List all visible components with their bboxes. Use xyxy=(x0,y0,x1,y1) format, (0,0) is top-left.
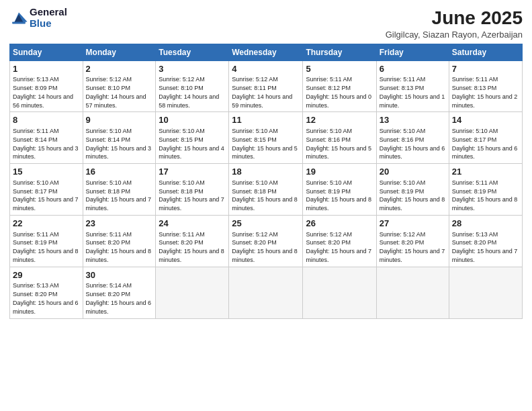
header-saturday: Saturday xyxy=(449,44,522,60)
day-number: 21 xyxy=(452,166,519,178)
day-info: Sunrise: 5:10 AMSunset: 8:15 PMDaylight:… xyxy=(232,128,298,160)
header-wednesday: Wednesday xyxy=(229,44,303,60)
day-info: Sunrise: 5:12 AMSunset: 8:10 PMDaylight:… xyxy=(86,76,146,108)
day-number: 17 xyxy=(159,166,226,178)
day-info: Sunrise: 5:11 AMSunset: 8:13 PMDaylight:… xyxy=(452,76,518,108)
header-thursday: Thursday xyxy=(303,44,376,60)
table-row: 12 Sunrise: 5:10 AMSunset: 8:16 PMDaylig… xyxy=(303,112,376,164)
table-row: 29 Sunrise: 5:13 AMSunset: 8:20 PMDaylig… xyxy=(10,267,83,318)
day-number: 13 xyxy=(380,114,446,126)
table-row xyxy=(376,267,449,318)
table-row: 3 Sunrise: 5:12 AMSunset: 8:10 PMDayligh… xyxy=(156,60,229,112)
table-row: 24 Sunrise: 5:11 AMSunset: 8:20 PMDaylig… xyxy=(156,215,229,267)
day-info: Sunrise: 5:10 AMSunset: 8:16 PMDaylight:… xyxy=(306,128,371,160)
day-number: 2 xyxy=(86,63,153,75)
day-info: Sunrise: 5:11 AMSunset: 8:14 PMDaylight:… xyxy=(13,128,79,160)
day-number: 5 xyxy=(306,63,373,75)
table-row: 28 Sunrise: 5:13 AMSunset: 8:20 PMDaylig… xyxy=(449,215,522,267)
day-number: 30 xyxy=(86,269,153,281)
day-number: 8 xyxy=(13,114,80,126)
table-row xyxy=(449,267,522,318)
day-info: Sunrise: 5:10 AMSunset: 8:19 PMDaylight:… xyxy=(380,179,445,212)
table-row: 11 Sunrise: 5:10 AMSunset: 8:15 PMDaylig… xyxy=(229,112,303,164)
calendar-week-row: 1 Sunrise: 5:13 AMSunset: 8:09 PMDayligh… xyxy=(10,60,523,112)
day-number: 9 xyxy=(86,114,153,126)
day-info: Sunrise: 5:11 AMSunset: 8:13 PMDaylight:… xyxy=(380,76,445,108)
logo-text: General Blue xyxy=(30,7,67,29)
table-row: 30 Sunrise: 5:14 AMSunset: 8:20 PMDaylig… xyxy=(83,267,156,318)
day-number: 26 xyxy=(306,218,373,230)
logo: General Blue xyxy=(9,7,67,29)
day-number: 4 xyxy=(232,63,300,75)
table-row: 16 Sunrise: 5:10 AMSunset: 8:18 PMDaylig… xyxy=(83,164,156,216)
day-number: 15 xyxy=(13,166,80,178)
calendar-header-row: Sunday Monday Tuesday Wednesday Thursday… xyxy=(10,44,523,60)
day-number: 27 xyxy=(380,218,446,230)
day-number: 7 xyxy=(452,63,519,75)
table-row xyxy=(156,267,229,318)
day-info: Sunrise: 5:12 AMSunset: 8:10 PMDaylight:… xyxy=(159,76,219,108)
day-info: Sunrise: 5:11 AMSunset: 8:20 PMDaylight:… xyxy=(159,231,224,263)
day-number: 10 xyxy=(159,114,226,126)
logo-blue: Blue xyxy=(30,18,67,30)
table-row: 18 Sunrise: 5:10 AMSunset: 8:18 PMDaylig… xyxy=(229,164,303,216)
day-number: 22 xyxy=(13,218,80,230)
day-number: 16 xyxy=(86,166,153,178)
day-number: 18 xyxy=(232,166,300,178)
page: General Blue June 2025 Gilgilcay, Siazan… xyxy=(0,0,532,411)
day-number: 19 xyxy=(306,166,373,178)
table-row: 6 Sunrise: 5:11 AMSunset: 8:13 PMDayligh… xyxy=(376,60,449,112)
day-number: 24 xyxy=(159,218,226,230)
day-info: Sunrise: 5:12 AMSunset: 8:11 PMDaylight:… xyxy=(232,76,292,108)
table-row: 19 Sunrise: 5:10 AMSunset: 8:19 PMDaylig… xyxy=(303,164,376,216)
day-info: Sunrise: 5:10 AMSunset: 8:17 PMDaylight:… xyxy=(452,128,518,160)
calendar-week-row: 29 Sunrise: 5:13 AMSunset: 8:20 PMDaylig… xyxy=(10,267,523,318)
table-row: 22 Sunrise: 5:11 AMSunset: 8:19 PMDaylig… xyxy=(10,215,83,267)
day-info: Sunrise: 5:11 AMSunset: 8:20 PMDaylight:… xyxy=(86,231,152,263)
header-tuesday: Tuesday xyxy=(156,44,229,60)
day-info: Sunrise: 5:13 AMSunset: 8:09 PMDaylight:… xyxy=(13,76,73,108)
calendar-table: Sunday Monday Tuesday Wednesday Thursday… xyxy=(9,44,523,319)
main-title: June 2025 xyxy=(386,7,523,30)
table-row: 21 Sunrise: 5:11 AMSunset: 8:19 PMDaylig… xyxy=(449,164,522,216)
table-row: 20 Sunrise: 5:10 AMSunset: 8:19 PMDaylig… xyxy=(376,164,449,216)
header-sunday: Sunday xyxy=(10,44,83,60)
table-row: 13 Sunrise: 5:10 AMSunset: 8:16 PMDaylig… xyxy=(376,112,449,164)
table-row: 25 Sunrise: 5:12 AMSunset: 8:20 PMDaylig… xyxy=(229,215,303,267)
day-info: Sunrise: 5:10 AMSunset: 8:17 PMDaylight:… xyxy=(13,179,79,212)
day-info: Sunrise: 5:10 AMSunset: 8:15 PMDaylight:… xyxy=(159,128,224,160)
calendar-week-row: 22 Sunrise: 5:11 AMSunset: 8:19 PMDaylig… xyxy=(10,215,523,267)
table-row xyxy=(303,267,376,318)
table-row: 2 Sunrise: 5:12 AMSunset: 8:10 PMDayligh… xyxy=(83,60,156,112)
header: General Blue June 2025 Gilgilcay, Siazan… xyxy=(9,7,523,40)
day-info: Sunrise: 5:10 AMSunset: 8:18 PMDaylight:… xyxy=(232,179,298,212)
table-row: 27 Sunrise: 5:12 AMSunset: 8:20 PMDaylig… xyxy=(376,215,449,267)
day-info: Sunrise: 5:12 AMSunset: 8:20 PMDaylight:… xyxy=(232,231,298,263)
table-row: 5 Sunrise: 5:11 AMSunset: 8:12 PMDayligh… xyxy=(303,60,376,112)
day-number: 25 xyxy=(232,218,300,230)
table-row: 23 Sunrise: 5:11 AMSunset: 8:20 PMDaylig… xyxy=(83,215,156,267)
day-info: Sunrise: 5:11 AMSunset: 8:12 PMDaylight:… xyxy=(306,76,371,108)
day-info: Sunrise: 5:13 AMSunset: 8:20 PMDaylight:… xyxy=(452,231,518,263)
day-number: 29 xyxy=(13,269,80,281)
day-number: 23 xyxy=(86,218,153,230)
day-number: 14 xyxy=(452,114,519,126)
day-number: 3 xyxy=(159,63,226,75)
table-row: 26 Sunrise: 5:12 AMSunset: 8:20 PMDaylig… xyxy=(303,215,376,267)
subtitle: Gilgilcay, Siazan Rayon, Azerbaijan xyxy=(386,30,523,40)
day-number: 28 xyxy=(452,218,519,230)
table-row: 7 Sunrise: 5:11 AMSunset: 8:13 PMDayligh… xyxy=(449,60,522,112)
day-info: Sunrise: 5:10 AMSunset: 8:18 PMDaylight:… xyxy=(159,179,224,212)
table-row: 1 Sunrise: 5:13 AMSunset: 8:09 PMDayligh… xyxy=(10,60,83,112)
table-row: 4 Sunrise: 5:12 AMSunset: 8:11 PMDayligh… xyxy=(229,60,303,112)
calendar-week-row: 15 Sunrise: 5:10 AMSunset: 8:17 PMDaylig… xyxy=(10,164,523,216)
day-info: Sunrise: 5:12 AMSunset: 8:20 PMDaylight:… xyxy=(306,231,371,263)
day-info: Sunrise: 5:13 AMSunset: 8:20 PMDaylight:… xyxy=(13,282,79,314)
day-number: 6 xyxy=(380,63,446,75)
title-block: June 2025 Gilgilcay, Siazan Rayon, Azerb… xyxy=(386,7,523,40)
day-info: Sunrise: 5:12 AMSunset: 8:20 PMDaylight:… xyxy=(380,231,445,263)
day-number: 12 xyxy=(306,114,373,126)
svg-rect-2 xyxy=(12,21,26,24)
logo-general: General xyxy=(30,7,67,18)
table-row: 10 Sunrise: 5:10 AMSunset: 8:15 PMDaylig… xyxy=(156,112,229,164)
